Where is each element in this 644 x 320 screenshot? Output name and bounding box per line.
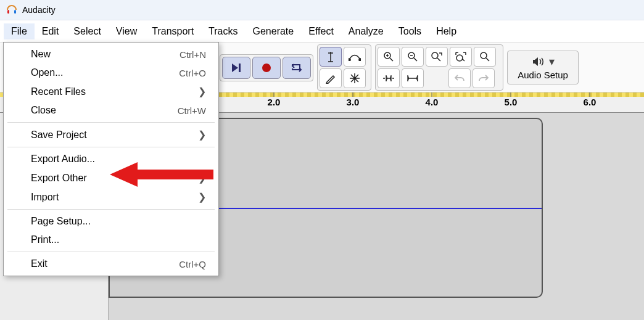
menu-item-label: Export Other (31, 173, 87, 184)
svg-point-3 (262, 64, 271, 72)
ruler-tick: 6.0 (584, 97, 597, 107)
window-title: Audacity (22, 5, 56, 15)
menu-view[interactable]: View (109, 23, 144, 39)
menu-item-label: Print... (31, 234, 59, 245)
menu-item-accel: Ctrl+O (179, 68, 206, 78)
zoom-out-button[interactable] (402, 47, 424, 67)
menu-file[interactable]: File (4, 23, 35, 39)
zoom-in-button[interactable] (378, 47, 400, 67)
menu-generate[interactable]: Generate (246, 23, 302, 39)
menu-edit[interactable]: Edit (35, 23, 67, 39)
menu-separator (7, 147, 215, 147)
menu-analyze[interactable]: Analyze (341, 23, 391, 39)
silence-button[interactable] (402, 68, 424, 88)
draw-tool-button[interactable] (320, 68, 342, 88)
svg-rect-0 (7, 10, 9, 14)
menu-item-page-setup[interactable]: Page Setup... (4, 212, 218, 231)
menu-item-save-project[interactable]: Save Project ❯ (4, 125, 218, 144)
menu-help[interactable]: Help (429, 23, 464, 39)
menu-item-label: Open... (31, 67, 63, 78)
menu-separator (7, 122, 215, 123)
audio-setup-label: Audio Setup (518, 70, 568, 80)
svg-point-10 (481, 52, 487, 59)
menu-item-open[interactable]: Open... Ctrl+O (4, 64, 218, 82)
menu-item-accel: Ctrl+Q (179, 259, 206, 269)
menu-tracks[interactable]: Tracks (201, 23, 245, 39)
fit-selection-button[interactable] (426, 47, 448, 67)
svg-point-4 (349, 59, 350, 61)
menu-item-label: Page Setup... (31, 216, 91, 227)
menu-item-new[interactable]: New Ctrl+N (4, 45, 218, 64)
svg-marker-11 (110, 162, 213, 187)
ruler-tick: 5.0 (505, 97, 518, 107)
record-button[interactable] (252, 57, 281, 79)
menu-item-close[interactable]: Close Ctrl+W (4, 101, 218, 120)
envelope-tool-button[interactable] (344, 47, 366, 67)
menu-item-label: Import (31, 192, 59, 203)
menu-item-accel: Ctrl+N (180, 49, 206, 60)
edit-toolbar (375, 44, 503, 91)
title-bar: Audacity (0, 0, 644, 20)
menu-item-accel: Ctrl+W (178, 105, 206, 116)
audio-setup-button[interactable]: ▾ Audio Setup (507, 51, 579, 84)
fit-project-button[interactable] (450, 47, 472, 67)
menu-item-label: Recent Files (31, 86, 86, 97)
svg-point-8 (432, 52, 438, 59)
menu-effect[interactable]: Effect (301, 23, 341, 39)
menu-tools[interactable]: Tools (391, 23, 429, 39)
menubar: File Edit Select View Transport Tracks G… (0, 20, 644, 43)
undo-button[interactable] (448, 68, 471, 88)
transport-toolbar (220, 54, 313, 81)
submenu-chevron-icon: ❯ (198, 129, 206, 141)
tools-toolbar (317, 44, 371, 91)
ruler-tick: 4.0 (426, 97, 439, 107)
menu-select[interactable]: Select (66, 23, 108, 39)
menu-item-label: Export Audio... (31, 154, 95, 165)
submenu-chevron-icon: ❯ (198, 86, 206, 97)
app-logo (6, 4, 17, 15)
skip-to-end-button[interactable] (222, 57, 250, 79)
menu-item-import[interactable]: Import ❯ (4, 187, 218, 207)
zoom-toggle-button[interactable] (474, 47, 496, 67)
menu-item-recent-files[interactable]: Recent Files ❯ (4, 82, 218, 101)
menu-item-exit[interactable]: Exit Ctrl+Q (4, 255, 218, 273)
menu-transport[interactable]: Transport (144, 23, 201, 39)
svg-rect-2 (239, 64, 241, 72)
speaker-icon (532, 56, 545, 67)
loop-button[interactable] (283, 57, 311, 79)
submenu-chevron-icon: ❯ (198, 191, 206, 203)
menu-separator (7, 252, 215, 252)
svg-point-9 (456, 55, 463, 61)
ruler-tick: 3.0 (347, 97, 360, 107)
menu-item-label: New (31, 49, 51, 60)
dropdown-caret-icon: ▾ (549, 55, 555, 68)
svg-point-5 (359, 59, 361, 61)
menu-item-label: Exit (31, 258, 47, 269)
menu-item-label: Close (31, 105, 56, 116)
menu-item-label: Save Project (31, 129, 87, 141)
selection-tool-button[interactable] (320, 47, 342, 67)
multi-tool-button[interactable] (344, 68, 366, 88)
annotation-arrow (110, 159, 215, 190)
menu-item-print[interactable]: Print... (4, 231, 218, 249)
ruler-tick: 2.0 (268, 97, 281, 107)
menu-separator (7, 209, 215, 210)
svg-rect-1 (14, 10, 16, 14)
trim-button[interactable] (378, 68, 400, 88)
redo-button[interactable] (473, 68, 495, 88)
